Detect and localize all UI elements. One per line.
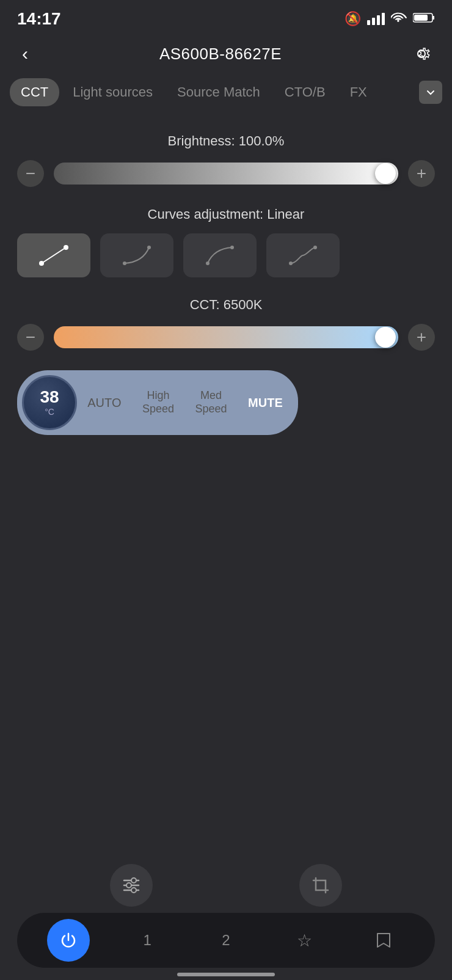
main-content: Brightness: 100.0% − + Curves adjustment…	[0, 106, 452, 435]
svg-rect-1	[432, 16, 434, 20]
header: ‹ AS600B-86627E	[0, 34, 452, 78]
cct-slider[interactable]	[54, 326, 398, 348]
fan-options: AUTO HighSpeed MedSpeed MUTE	[77, 383, 293, 422]
mixer-button[interactable]	[110, 864, 153, 907]
curves-section: Curves adjustment: Linear	[17, 207, 435, 277]
bottom-nav: 1 2 ☆	[17, 913, 435, 968]
tab-cct[interactable]: CCT	[10, 78, 59, 106]
cct-thumb[interactable]	[375, 327, 396, 348]
linear-curve-icon	[32, 240, 75, 271]
tab-dropdown-button[interactable]	[419, 81, 442, 104]
fan-temperature-display: 38 °C	[22, 375, 77, 430]
status-time: 14:17	[17, 9, 61, 29]
wifi-icon	[391, 12, 407, 26]
home-indicator	[177, 973, 275, 976]
mixer-icon	[120, 874, 142, 896]
status-icons: 🔕	[344, 11, 435, 27]
curve-ease-in-button[interactable]	[100, 233, 173, 277]
brightness-thumb[interactable]	[375, 163, 396, 184]
tab-light-sources[interactable]: Light sources	[62, 78, 164, 106]
fan-auto-button[interactable]: AUTO	[79, 389, 129, 416]
tab-bar: CCT Light sources Source Match CTO/B FX	[0, 78, 452, 106]
curve-options	[17, 233, 435, 277]
star-button[interactable]: ☆	[283, 919, 326, 962]
page-title: AS600B-86627E	[159, 45, 282, 64]
power-icon	[59, 931, 78, 949]
brightness-decrease-button[interactable]: −	[17, 160, 44, 187]
fan-temp-unit: °C	[45, 407, 54, 417]
cct-increase-button[interactable]: +	[408, 324, 435, 351]
cct-label: CCT: 6500K	[17, 297, 435, 313]
bookmark-button[interactable]	[362, 919, 405, 962]
tab-fx[interactable]: FX	[339, 78, 378, 106]
settings-button[interactable]	[408, 40, 435, 67]
cct-decrease-button[interactable]: −	[17, 324, 44, 351]
bottom-controls	[0, 864, 452, 907]
bookmark-icon	[375, 931, 392, 949]
fan-mute-button[interactable]: MUTE	[239, 389, 291, 416]
brightness-slider[interactable]	[54, 163, 398, 185]
ease-out-curve-icon	[199, 240, 241, 271]
cct-slider-row: − +	[17, 324, 435, 351]
svg-line-5	[42, 247, 66, 263]
ease-in-curve-icon	[115, 240, 158, 271]
crop-button[interactable]	[299, 864, 342, 907]
brightness-slider-row: − +	[17, 160, 435, 187]
brightness-label: Brightness: 100.0%	[17, 133, 435, 149]
preset-2-button[interactable]: 2	[205, 919, 247, 962]
brightness-increase-button[interactable]: +	[408, 160, 435, 187]
gear-icon	[410, 43, 432, 65]
crop-icon	[310, 874, 332, 896]
star-icon: ☆	[297, 931, 312, 951]
signal-icon	[367, 13, 385, 25]
fan-med-speed-button[interactable]: MedSpeed	[187, 383, 236, 422]
fan-temp-value: 38	[40, 389, 59, 406]
curve-s-curve-button[interactable]	[266, 233, 340, 277]
curves-label: Curves adjustment: Linear	[17, 207, 435, 222]
cct-section: CCT: 6500K − +	[17, 297, 435, 351]
svg-point-17	[131, 888, 136, 893]
svg-point-15	[131, 878, 136, 883]
s-curve-icon	[282, 240, 324, 271]
power-button[interactable]	[47, 919, 90, 962]
battery-icon	[413, 12, 435, 26]
fan-control: 38 °C AUTO HighSpeed MedSpeed MUTE	[17, 370, 298, 435]
brightness-section: Brightness: 100.0% − +	[17, 133, 435, 187]
curve-linear-button[interactable]	[17, 233, 90, 277]
preset-1-button[interactable]: 1	[126, 919, 169, 962]
back-button[interactable]: ‹	[17, 41, 33, 67]
fan-high-speed-button[interactable]: HighSpeed	[134, 383, 183, 422]
notification-icon: 🔕	[344, 11, 361, 27]
svg-rect-2	[414, 15, 428, 21]
chevron-down-icon	[425, 87, 436, 98]
curve-ease-out-button[interactable]	[183, 233, 257, 277]
svg-point-16	[126, 883, 131, 888]
tab-cto-b[interactable]: CTO/B	[274, 78, 337, 106]
tab-source-match[interactable]: Source Match	[166, 78, 271, 106]
status-bar: 14:17 🔕	[0, 0, 452, 34]
